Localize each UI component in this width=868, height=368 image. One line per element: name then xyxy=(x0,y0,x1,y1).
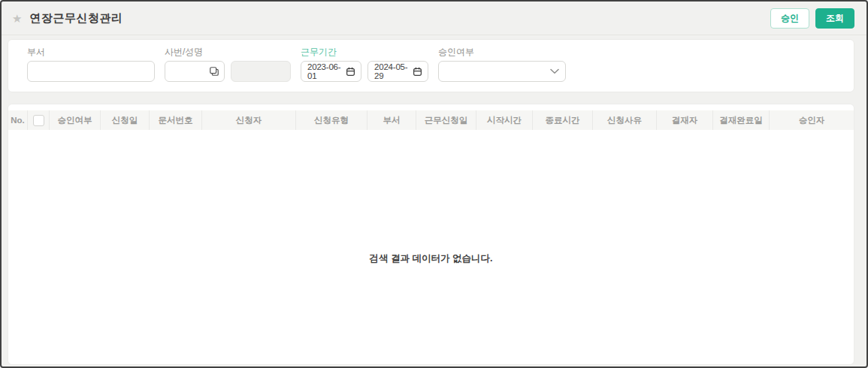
filter-department: 부서 xyxy=(27,47,155,82)
column-header: 승인여부 xyxy=(50,110,101,130)
work-period-end-datepicker[interactable]: 2024-05-29 xyxy=(367,61,428,82)
employee-label: 사번/성명 xyxy=(165,47,291,57)
column-header: 문서번호 xyxy=(150,110,202,130)
filter-work-period: 근무기간 2023-06-01 2024-05-29 xyxy=(301,47,428,82)
end-date-value: 2024-05-29 xyxy=(374,62,413,80)
approve-button[interactable]: 승인 xyxy=(770,8,809,29)
chevron-down-icon xyxy=(550,68,559,74)
column-header: 신청사유 xyxy=(593,110,657,130)
work-period-label: 근무기간 xyxy=(301,47,428,57)
department-label: 부서 xyxy=(27,47,155,57)
calendar-icon xyxy=(346,67,355,77)
approval-status-select[interactable] xyxy=(438,61,566,82)
header-actions: 승인 조회 xyxy=(770,8,854,29)
approval-status-label: 승인여부 xyxy=(438,47,566,57)
results-table-panel: No.승인여부신청일문서번호신청자신청유형부서근무신청일시작시간종료시간신청사유… xyxy=(8,104,854,365)
calendar-icon xyxy=(413,67,422,77)
column-header: 신청자 xyxy=(202,110,296,130)
filter-approval-status: 승인여부 xyxy=(438,47,566,82)
column-header: 신청유형 xyxy=(296,110,367,130)
department-input[interactable] xyxy=(27,61,155,82)
table-body: 검색 결과 데이터가 없습니다. xyxy=(8,130,854,364)
column-header: 근무신청일 xyxy=(416,110,476,130)
search-button[interactable]: 조회 xyxy=(815,8,854,29)
app-window: ★ 연장근무신청관리 승인 조회 부서 사번/성명 xyxy=(0,0,868,368)
column-header: 시작시간 xyxy=(476,110,533,130)
column-header: 승인자 xyxy=(770,110,854,130)
column-header: No. xyxy=(8,110,28,130)
favorite-star-icon[interactable]: ★ xyxy=(12,13,22,24)
page-header: ★ 연장근무신청관리 승인 조회 xyxy=(2,2,866,35)
employee-name-input xyxy=(231,61,291,82)
table-header-row: No.승인여부신청일문서번호신청자신청유형부서근무신청일시작시간종료시간신청사유… xyxy=(8,110,854,130)
empty-results-message: 검색 결과 데이터가 없습니다. xyxy=(370,252,493,265)
column-header: 종료시간 xyxy=(533,110,593,130)
start-date-value: 2023-06-01 xyxy=(307,62,346,80)
employee-lookup-icon[interactable] xyxy=(209,66,219,77)
column-header: 신청일 xyxy=(101,110,150,130)
column-header: 결재자 xyxy=(657,110,713,130)
select-all-checkbox[interactable] xyxy=(33,115,44,126)
select-all-header-cell xyxy=(28,110,50,130)
column-header: 부서 xyxy=(367,110,416,130)
filter-employee: 사번/성명 xyxy=(165,47,291,82)
filter-panel: 부서 사번/성명 근무기간 xyxy=(8,39,854,92)
column-header: 결재완료일 xyxy=(713,110,770,130)
work-period-start-datepicker[interactable]: 2023-06-01 xyxy=(301,61,361,82)
page-title: 연장근무신청관리 xyxy=(29,11,122,26)
